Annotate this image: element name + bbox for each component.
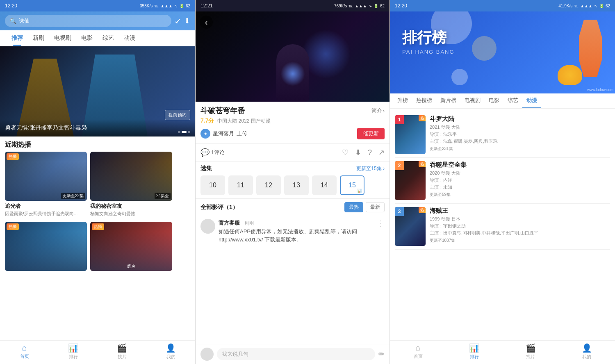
input-avatar [200, 348, 214, 361]
network-speed-2: 769K/s [334, 4, 347, 8]
tab-variety[interactable]: 综艺 [98, 30, 119, 46]
movie-thumb-0: 热播 更新至22集 [5, 152, 87, 201]
home-icon: ⌂ [22, 343, 27, 353]
battery-2: 🔋 [374, 4, 378, 8]
action-row: 💬 1评论 ♡ ⬇ ? ↗ [196, 144, 390, 162]
status-icons-3: 41.9K/s ℡ ▲▲▲ ∿ 🔋 62 [558, 4, 610, 8]
video-back-button[interactable]: ‹ [200, 16, 213, 29]
rank-hot-badge-1: 热 [419, 161, 426, 167]
rank-hot-badge-2: 热 [419, 207, 426, 213]
tab-tv[interactable]: 电视剧 [49, 30, 76, 46]
episode-section: 选集 更新至15集 › 10 11 12 13 14 15 📊 [196, 162, 390, 198]
rank-info-1: 吞噬星空全集 2020 动漫 大陆 导演：内详 主演：未知 更新至59集 [430, 161, 610, 198]
ranking-tab-0[interactable]: 升榜 [393, 93, 412, 108]
p3-nav-profile[interactable]: 👤 我的 [559, 343, 615, 360]
content-title: 斗破苍穹年番 [200, 106, 245, 116]
bottom-nav-home[interactable]: ⌂ 首页 [0, 343, 49, 360]
tab-movie[interactable]: 电影 [76, 30, 98, 46]
episode-10[interactable]: 10 [200, 175, 225, 195]
search-download-icon[interactable]: ⬇ [184, 16, 190, 25]
episode-update[interactable]: 更新至15集 › [356, 165, 385, 172]
p3-nav-rank[interactable]: 📊 排行 [446, 343, 502, 360]
content-meta-text: 中国大陆 2022 国产动漫 [217, 118, 270, 125]
comment-item-0: 官方客服 刚刚 如遇任何APP使用异常，如无法播放、剧集错乱等，请访问http:… [200, 216, 385, 247]
ranking-title-wrap: 排行榜 PAI HANG BANG [402, 28, 455, 55]
rank-info-2: 海贼王 1999 动漫 日本 导演：宇田钢之助 主演：田中真弓,冈村明美,中井和… [430, 207, 610, 243]
content-info: 斗破苍穹年番 简介 › 7.7分 中国大陆 2022 国产动漫 ★ 星河落月 上… [196, 102, 390, 144]
p3-nav-find[interactable]: 🎬 找片 [503, 343, 559, 360]
comment-menu-0[interactable]: ⋮ [377, 219, 385, 243]
status-time-3: 12:20 [395, 3, 407, 9]
ranking-tab-5[interactable]: 综艺 [503, 93, 522, 108]
video-character [276, 44, 309, 102]
action-share[interactable]: ↗ [378, 148, 385, 157]
dot-3 [188, 131, 190, 133]
rank-director-0: 导演：沈乐平 [430, 131, 610, 137]
update-button[interactable]: 催更新 [357, 128, 385, 139]
comment-text-0: 如遇任何APP使用异常，如无法播放、剧集错乱等，请访问http://www.xx… [219, 228, 374, 243]
episode-12[interactable]: 12 [256, 175, 281, 195]
bottom-nav-find[interactable]: 🎬 找片 [98, 343, 146, 360]
rank-update-2: 更新至1037集 [430, 238, 610, 243]
movie-title-overlay-3: 庭戾 [90, 264, 172, 269]
ranking-tab-1[interactable]: 热搜榜 [412, 93, 436, 108]
movie-card-3[interactable]: 热播 庭戾 [90, 222, 172, 271]
rank-item-0[interactable]: 1 热 斗罗大陆 2021 动漫 大陆 导演：沈乐平 主演：沈磊,翟巍,吴磊,陶… [395, 112, 610, 158]
dot-1 [178, 131, 180, 133]
rank-label: 排行 [69, 354, 78, 360]
movie-card-1[interactable]: 24集全 我的秘密室友 杨旭文向涵之奇幻爱旅 [90, 152, 172, 217]
ranking-tab-2[interactable]: 新片榜 [436, 93, 460, 108]
action-download[interactable]: ⬇ [355, 148, 361, 157]
edit-icon[interactable]: ✏ [378, 350, 385, 359]
hero-badge: 提前预约 [165, 110, 190, 120]
movie-card-0[interactable]: 热播 更新至22集 追光者 因爱而聚!罗云熙吴情携手追光双向... [5, 152, 87, 217]
action-like[interactable]: ♡ [342, 148, 348, 157]
intro-button[interactable]: 简介 › [371, 107, 385, 114]
tab-anime[interactable]: 动漫 [119, 30, 140, 46]
episode-15[interactable]: 15 📊 [340, 175, 364, 195]
filter-hot[interactable]: 最热 [344, 202, 363, 212]
tab-new-drama[interactable]: 新剧 [28, 30, 49, 46]
hero-banner[interactable]: 提前预约 勇者无惧:张丹峰李乃文智斗毒枭 [0, 46, 195, 136]
p3-nav-home[interactable]: ⌂ 首页 [390, 343, 446, 360]
ranking-tab-6[interactable]: 动漫 [522, 93, 541, 108]
signal-icon-2: ▲▲▲ [355, 4, 367, 8]
hero-dots [178, 131, 190, 133]
episode-header: 选集 更新至15集 › [200, 165, 385, 172]
rank-title-1: 吞噬星空全集 [430, 161, 610, 169]
ranking-tab-3[interactable]: 电视剧 [460, 93, 485, 108]
action-comment[interactable]: 💬 1评论 [200, 148, 225, 157]
tab-recommend[interactable]: 推荐 [7, 30, 28, 46]
content-meta: 7.7分 中国大陆 2022 国产动漫 [200, 117, 385, 125]
episode-14[interactable]: 14 [312, 175, 337, 195]
search-field[interactable]: 🔍 诛仙 [5, 15, 171, 27]
rank-item-1[interactable]: 2 热 吞噬星空全集 2020 动漫 大陆 导演：内详 主演：未知 更新至59集 [395, 158, 610, 204]
movie-badge-3: 热播 [92, 223, 104, 230]
comment-input[interactable]: 我来说几句 [217, 348, 375, 360]
dot-2 [182, 131, 187, 133]
char-body [276, 44, 309, 102]
video-scene [196, 11, 390, 102]
rank-number-1: 2 [395, 161, 404, 170]
episode-13[interactable]: 13 [284, 175, 309, 195]
search-bar: 🔍 诛仙 ↙ ⬇ [0, 11, 195, 30]
share-icon: ↗ [378, 148, 385, 157]
char-glow [280, 61, 305, 86]
ranking-tab-4[interactable]: 电影 [485, 93, 503, 108]
episode-11[interactable]: 11 [228, 175, 253, 195]
status-time-1: 12:20 [5, 3, 17, 9]
ranking-tabs: 升榜 热搜榜 新片榜 电视剧 电影 综艺 动漫 [390, 93, 615, 109]
deco-bag [558, 65, 582, 85]
movie-update-0: 更新至22集 [61, 193, 85, 199]
movie-grid-1: 热播 更新至22集 追光者 因爱而聚!罗云熙吴情携手追光双向... 24集全 我… [0, 152, 195, 220]
bottom-nav-profile[interactable]: 👤 我的 [146, 343, 195, 360]
p3-home-label: 首页 [414, 353, 423, 359]
rank-item-2[interactable]: 3 热 海贼王 1999 动漫 日本 导演：宇田钢之助 主演：田中真弓,冈村明美… [395, 204, 610, 250]
action-help[interactable]: ? [368, 148, 372, 157]
search-history-icon[interactable]: ↙ [175, 16, 181, 25]
rank-number-0: 1 [395, 115, 404, 124]
movie-card-2[interactable]: 热播 [5, 222, 87, 271]
bottom-nav-rank[interactable]: 📊 排行 [49, 343, 98, 360]
video-player[interactable]: ‹ [196, 11, 390, 102]
filter-new[interactable]: 最新 [366, 202, 385, 212]
